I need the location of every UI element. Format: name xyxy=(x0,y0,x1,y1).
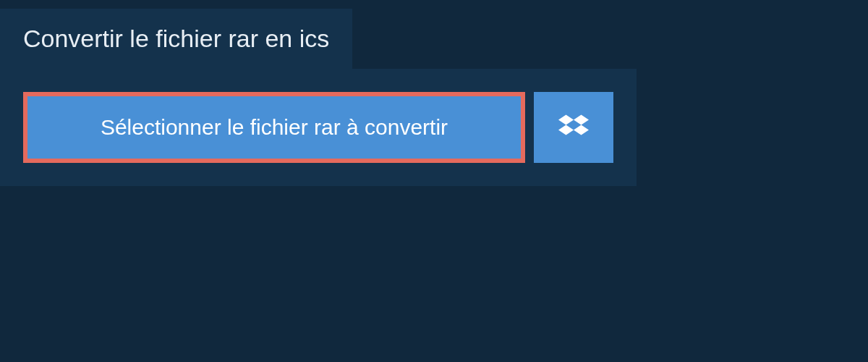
select-file-button[interactable]: Sélectionner le fichier rar à convertir xyxy=(23,92,525,163)
page-title: Convertir le fichier rar en ics xyxy=(23,25,329,52)
dropbox-icon xyxy=(558,112,589,143)
upload-button-row: Sélectionner le fichier rar à convertir xyxy=(23,92,613,163)
page-title-tab: Convertir le fichier rar en ics xyxy=(0,9,352,69)
upload-panel: Sélectionner le fichier rar à convertir xyxy=(0,69,637,186)
select-file-label: Sélectionner le fichier rar à convertir xyxy=(101,115,448,140)
dropbox-upload-button[interactable] xyxy=(534,92,613,163)
